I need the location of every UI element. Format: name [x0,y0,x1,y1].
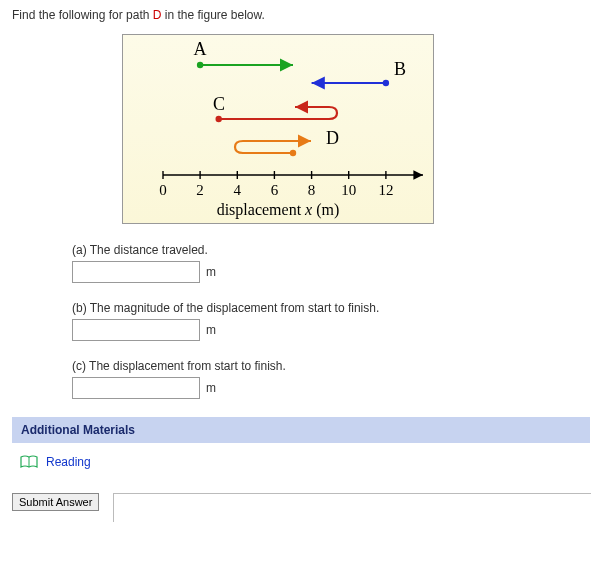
part-a-unit: m [206,265,216,279]
label-c: C [213,94,225,114]
displacement-figure: A B C D [122,34,434,224]
label-b: B [394,59,406,79]
question-prompt: Find the following for path D in the fig… [12,8,579,22]
part-a: (a) The distance traveled. m [72,243,579,283]
additional-materials-header: Additional Materials [12,417,590,443]
tick-2: 2 [196,182,204,198]
submit-result-box [113,493,591,522]
path-letter: D [153,8,162,22]
label-a: A [194,39,207,59]
reading-row: Reading [12,443,579,487]
submit-answer-button[interactable]: Submit Answer [12,493,99,511]
reading-link[interactable]: Reading [46,455,91,469]
part-c-unit: m [206,381,216,395]
part-a-label: (a) The distance traveled. [72,243,579,257]
part-b-unit: m [206,323,216,337]
part-c: (c) The displacement from start to finis… [72,359,579,399]
tick-8: 8 [308,182,316,198]
label-d: D [326,128,339,148]
tick-12: 12 [378,182,393,198]
part-c-input[interactable] [72,377,200,399]
part-b: (b) The magnitude of the displacement fr… [72,301,579,341]
tick-6: 6 [271,182,279,198]
part-b-label: (b) The magnitude of the displacement fr… [72,301,579,315]
part-a-input[interactable] [72,261,200,283]
part-b-input[interactable] [72,319,200,341]
tick-0: 0 [159,182,167,198]
axis-label: displacement x (m) [217,201,340,219]
part-c-label: (c) The displacement from start to finis… [72,359,579,373]
prompt-after: in the figure below. [165,8,265,22]
book-icon [20,455,38,469]
tick-10: 10 [341,182,356,198]
prompt-before: Find the following for path [12,8,153,22]
tick-4: 4 [234,182,242,198]
